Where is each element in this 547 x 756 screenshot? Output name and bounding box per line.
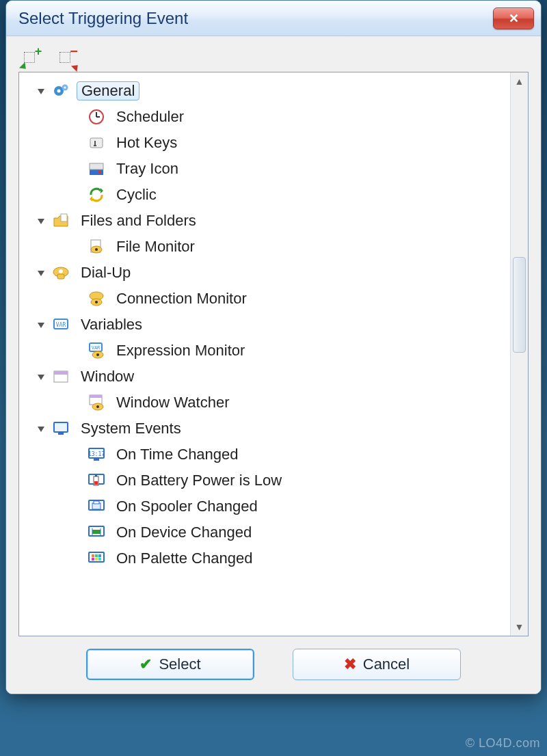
svg-point-3	[64, 86, 66, 88]
tree-item-label[interactable]: Tray Icon	[112, 160, 183, 178]
tree-item-label[interactable]: Scheduler	[112, 108, 188, 126]
select-button-label: Select	[159, 656, 200, 673]
svg-rect-18	[57, 274, 64, 279]
svg-rect-48	[92, 530, 101, 534]
cross-icon: ✖	[344, 656, 356, 673]
expand-toggle[interactable]	[36, 319, 46, 330]
tree-item-label[interactable]: File Monitor	[112, 238, 199, 256]
tree-group-label[interactable]: Files and Folders	[77, 212, 200, 230]
tree-item-scheduler[interactable]: Scheduler	[25, 104, 510, 130]
vertical-scrollbar[interactable]: ▲ ▼	[510, 72, 528, 636]
tree-group-window[interactable]: Window	[25, 364, 510, 390]
cancel-button[interactable]: ✖ Cancel	[293, 649, 461, 680]
svg-point-16	[95, 248, 98, 251]
tree-item-battlow[interactable]: On Battery Power is Low	[25, 468, 510, 494]
scroll-thumb[interactable]	[513, 257, 526, 353]
eye-var-icon: VAR	[86, 340, 107, 361]
svg-rect-30	[54, 371, 68, 375]
tree-item-label[interactable]: On Spooler Changed	[112, 498, 262, 515]
expand-toggle[interactable]	[36, 267, 46, 278]
cycle-icon	[86, 185, 107, 205]
select-button[interactable]: ✔ Select	[86, 649, 254, 680]
tree-item-label[interactable]: On Battery Power is Low	[112, 472, 286, 489]
eye-window-icon	[86, 392, 107, 413]
check-icon: ✔	[139, 656, 152, 673]
tree-item-label[interactable]: On Time Changed	[112, 446, 243, 463]
svg-rect-39	[94, 459, 99, 461]
svg-rect-13	[61, 214, 67, 221]
eye-file-icon	[86, 237, 107, 257]
tree-group-sysevents[interactable]: System Events	[25, 416, 510, 442]
tree-item-label[interactable]: Connection Monitor	[112, 290, 251, 308]
title-bar: Select Triggering Event ✕	[6, 1, 541, 36]
svg-marker-12	[90, 196, 92, 202]
tray-icon	[86, 159, 107, 179]
scroll-up-arrow[interactable]: ▲	[511, 72, 528, 90]
phone-icon	[51, 262, 71, 283]
tree-item-cyclic[interactable]: Cyclic	[25, 182, 510, 208]
tree-item-connmon[interactable]: Connection Monitor	[25, 286, 510, 312]
svg-rect-52	[92, 554, 94, 557]
svg-text:13:17: 13:17	[88, 451, 105, 457]
cancel-button-label: Cancel	[363, 656, 410, 673]
tree-item-device[interactable]: On Device Changed	[25, 519, 510, 545]
expand-toggle[interactable]	[36, 215, 46, 226]
event-tree[interactable]: General Scheduler Hot Keys Tray Icon Cyc…	[19, 72, 510, 636]
tree-item-label[interactable]: Cyclic	[112, 186, 161, 204]
svg-rect-32	[90, 395, 102, 398]
svg-rect-10	[98, 171, 101, 174]
monitor-icon	[51, 418, 71, 439]
tree-group-label[interactable]: Variables	[77, 316, 146, 334]
svg-rect-57	[98, 558, 101, 561]
close-button[interactable]: ✕	[493, 8, 534, 29]
chip-icon	[86, 522, 107, 543]
svg-rect-35	[54, 422, 68, 432]
tree-group-files[interactable]: Files and Folders	[25, 208, 510, 234]
clock-icon	[86, 107, 107, 127]
tree-item-spooler[interactable]: On Spooler Changed	[25, 494, 510, 519]
tree-group-general[interactable]: General	[25, 78, 510, 104]
tree-item-hotkeys[interactable]: Hot Keys	[25, 130, 510, 156]
tree-item-label[interactable]: On Device Changed	[112, 524, 256, 541]
gears-icon	[51, 81, 71, 101]
scroll-down-arrow[interactable]: ▼	[511, 618, 528, 636]
tree-item-palette[interactable]: On Palette Changed	[25, 545, 510, 571]
svg-point-34	[96, 405, 99, 408]
close-icon: ✕	[509, 11, 519, 26]
svg-point-22	[95, 301, 98, 303]
eye-phone-icon	[86, 288, 107, 309]
expand-all-button[interactable]: +	[23, 49, 42, 67]
tree-group-label[interactable]: Dial-Up	[77, 264, 135, 282]
tree-group-label[interactable]: System Events	[77, 420, 185, 437]
tree-item-label[interactable]: On Palette Changed	[112, 550, 256, 567]
tree-item-exprmon[interactable]: VAR Expression Monitor	[25, 338, 510, 364]
tree-item-winwatch[interactable]: Window Watcher	[25, 390, 510, 416]
expand-toggle[interactable]	[36, 85, 46, 96]
tree-group-label[interactable]: Window	[77, 368, 138, 386]
svg-marker-11	[101, 188, 103, 193]
button-row: ✔ Select ✖ Cancel	[18, 636, 529, 681]
tree-group-variables[interactable]: VAR Variables	[25, 312, 510, 338]
palette-icon	[86, 548, 107, 569]
expand-toggle[interactable]	[36, 423, 46, 434]
key-icon	[86, 133, 107, 153]
tree-item-filemon[interactable]: File Monitor	[25, 234, 510, 260]
svg-point-19	[59, 269, 63, 273]
tree-group-dialup[interactable]: Dial-Up	[25, 260, 510, 286]
tree-group-label[interactable]: General	[77, 81, 139, 100]
window-title: Select Triggering Event	[18, 9, 188, 28]
tree-item-label[interactable]: Hot Keys	[112, 134, 181, 152]
battery-icon	[86, 470, 107, 491]
minus-icon: −	[69, 46, 79, 56]
svg-rect-42	[94, 481, 98, 485]
svg-rect-53	[95, 554, 98, 557]
tree-item-trayicon[interactable]: Tray Icon	[25, 156, 510, 182]
tree-item-label[interactable]: Window Watcher	[112, 394, 233, 411]
tree-item-timechg[interactable]: 13:17 On Time Changed	[25, 442, 510, 468]
svg-rect-43	[95, 475, 97, 476]
printer-icon	[86, 496, 107, 517]
tree-item-label[interactable]: Expression Monitor	[112, 342, 249, 360]
svg-rect-56	[95, 558, 98, 561]
collapse-all-button[interactable]: −	[58, 49, 77, 67]
expand-toggle[interactable]	[36, 371, 46, 382]
